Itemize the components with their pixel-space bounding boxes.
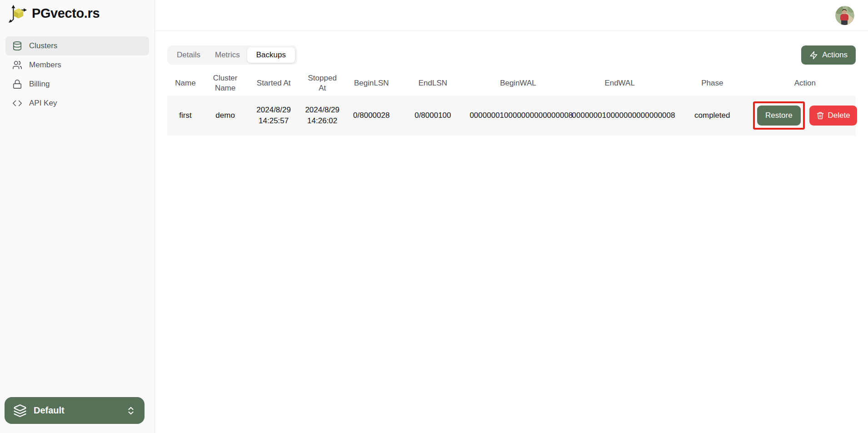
cell-started-at: 2024/8/29 14:25:57	[247, 96, 300, 136]
sidebar: PGvecto.rs Clusters Membe	[0, 0, 155, 433]
cell-cluster-name: demo	[204, 96, 247, 136]
brand-name: PGvecto.rs	[32, 6, 100, 21]
col-header-stopped-at: Stopped At	[300, 71, 344, 96]
col-header-action: Action	[754, 71, 856, 96]
database-icon	[12, 41, 22, 51]
tab-details[interactable]: Details	[170, 47, 208, 63]
code-icon	[12, 98, 22, 108]
table-row: first demo 2024/8/29 14:25:57 2024/8/29 …	[167, 96, 856, 136]
col-header-end-wal: EndWAL	[569, 71, 670, 96]
sidebar-item-members[interactable]: Members	[5, 55, 149, 75]
col-header-begin-lsn: BeginLSN	[344, 71, 399, 96]
cell-end-wal: 000000010000000000000008	[569, 96, 670, 136]
sidebar-item-billing[interactable]: Billing	[5, 75, 149, 94]
user-avatar[interactable]	[835, 6, 854, 25]
cluster-detail-content: Details Metrics Backups Actions	[155, 31, 868, 136]
users-icon	[12, 60, 22, 70]
sidebar-nav: Clusters Members Billing	[0, 26, 155, 113]
lock-icon	[12, 79, 22, 89]
delete-button[interactable]: Delete	[809, 106, 857, 126]
actions-button[interactable]: Actions	[801, 45, 856, 65]
col-header-name: Name	[167, 71, 204, 96]
chevrons-up-down-icon	[126, 406, 136, 416]
tab-metrics[interactable]: Metrics	[208, 47, 247, 63]
delete-button-label: Delete	[828, 111, 850, 120]
cell-phase: completed	[670, 96, 754, 136]
trash-icon	[816, 111, 824, 120]
topbar	[155, 0, 868, 31]
col-header-begin-wal: BeginWAL	[467, 71, 569, 96]
col-header-end-lsn: EndLSN	[399, 71, 467, 96]
col-header-started-at: Started At	[247, 71, 300, 96]
cell-stopped-at: 2024/8/29 14:26:02	[300, 96, 344, 136]
tab-backups[interactable]: Backups	[247, 47, 295, 63]
sidebar-item-label: Clusters	[29, 41, 57, 50]
sidebar-item-api-key[interactable]: API Key	[5, 94, 149, 113]
cell-end-lsn: 0/8000100	[399, 96, 467, 136]
table-header-row: Name Cluster Name Started At Stopped At …	[167, 71, 856, 96]
brand-logo[interactable]: PGvecto.rs	[0, 0, 155, 26]
backups-table: Name Cluster Name Started At Stopped At …	[167, 71, 856, 136]
cell-action: Restore	[757, 101, 853, 130]
workspace-name: Default	[34, 405, 119, 416]
actions-button-label: Actions	[822, 50, 848, 60]
sidebar-item-label: Billing	[29, 80, 50, 89]
workspace-selector[interactable]: Default	[5, 397, 145, 424]
main-area: Details Metrics Backups Actions	[155, 0, 868, 433]
zap-icon	[809, 51, 818, 60]
sidebar-item-label: Members	[29, 60, 61, 70]
cube-axes-icon	[8, 4, 27, 23]
cell-name: first	[167, 96, 204, 136]
sidebar-item-label: API Key	[29, 99, 57, 108]
restore-button[interactable]: Restore	[757, 106, 801, 126]
tab-bar: Details Metrics Backups	[167, 45, 297, 65]
sidebar-item-clusters[interactable]: Clusters	[5, 36, 149, 55]
restore-annotation-box: Restore	[753, 101, 805, 130]
col-header-cluster-name: Cluster Name	[204, 71, 247, 96]
cell-begin-wal: 000000010000000000000008	[467, 96, 569, 136]
col-header-phase: Phase	[670, 71, 754, 96]
layers-icon	[13, 404, 27, 418]
cell-begin-lsn: 0/8000028	[344, 96, 399, 136]
